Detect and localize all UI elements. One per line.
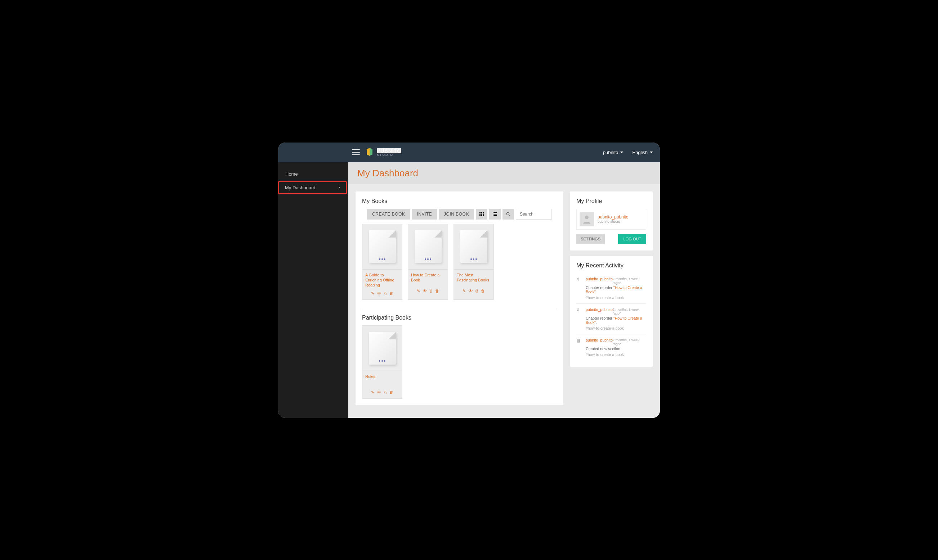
print-icon[interactable]: ⎙	[475, 289, 478, 293]
search-button[interactable]	[503, 209, 514, 220]
activity-tag: #how-to-create-a-book	[586, 326, 646, 331]
books-toolbar: CREATE BOOK INVITE JOIN BOOK	[362, 209, 557, 220]
create-book-button[interactable]: CREATE BOOK	[367, 209, 410, 220]
book-thumbnail[interactable]	[454, 224, 494, 269]
activity-timestamp: 2 months, 1 week "ago"	[613, 277, 646, 285]
book-title-link[interactable]: How to Create a Book	[411, 272, 445, 283]
profile-username[interactable]: pubnito_pubnito	[598, 214, 628, 220]
logo-icon	[365, 147, 374, 157]
book-title-link[interactable]: A Guide to Enriching Offline Reading	[365, 272, 399, 288]
brand-name: PUBNiTO	[377, 148, 401, 153]
chevron-down-icon	[650, 152, 653, 153]
svg-rect-5	[483, 214, 484, 214]
sidebar-item-home[interactable]: Home	[278, 168, 348, 180]
svg-rect-3	[480, 214, 481, 214]
activity-item: ▦ pubnito_pubnito 2 months, 1 week "ago"…	[576, 334, 646, 360]
print-icon[interactable]: ⎙	[384, 390, 387, 395]
delete-icon[interactable]: 🗑	[389, 291, 393, 296]
reorder-icon: ⇳	[576, 277, 582, 300]
edit-icon[interactable]: ✎	[463, 289, 466, 293]
print-icon[interactable]: ⎙	[384, 291, 387, 296]
grid-view-button[interactable]	[476, 209, 488, 220]
book-card: The Most Fascinating Books ✎ 👁 ⎙ 🗑	[454, 224, 494, 300]
list-view-button[interactable]	[489, 209, 501, 220]
user-dropdown-label: pubnito	[603, 150, 619, 155]
join-book-button[interactable]: JOIN BOOK	[439, 209, 474, 220]
sidebar: Home My Dashboard ›	[278, 162, 348, 418]
profile-heading: My Profile	[576, 198, 646, 205]
view-icon[interactable]: 👁	[377, 291, 381, 296]
settings-button[interactable]: SETTINGS	[576, 234, 605, 244]
book-thumbnail[interactable]	[363, 326, 402, 371]
svg-rect-9	[493, 212, 494, 213]
sidebar-item-my-dashboard[interactable]: My Dashboard ›	[278, 181, 347, 194]
svg-point-17	[585, 215, 589, 219]
svg-line-16	[509, 215, 510, 216]
svg-point-15	[506, 212, 509, 215]
svg-rect-14	[494, 215, 497, 216]
profile-displayname: pubnito studio	[598, 220, 628, 223]
invite-button[interactable]: INVITE	[412, 209, 437, 220]
edit-icon[interactable]: ✎	[371, 390, 374, 395]
book-thumbnail[interactable]	[363, 224, 402, 269]
activity-item: ⇳ pubnito_pubnito 2 months, 1 week "ago"…	[576, 273, 646, 303]
divider	[362, 309, 557, 309]
search-icon	[506, 212, 511, 216]
book-thumbnail[interactable]	[408, 224, 448, 269]
activity-description: Chapter reorder "How to Create a Book".	[586, 316, 646, 325]
view-icon[interactable]: 👁	[469, 289, 473, 293]
page-title: My Dashboard	[357, 168, 651, 179]
svg-rect-7	[481, 215, 482, 216]
activity-tag: #how-to-create-a-book	[586, 352, 646, 357]
page-title-bar: My Dashboard	[348, 162, 660, 184]
reorder-icon: ⇳	[576, 307, 582, 331]
avatar	[580, 212, 594, 226]
brand-logo[interactable]: PUBNiTO STUDIO	[365, 147, 401, 157]
profile-panel: My Profile pubnito_pubnito pubnito studi…	[570, 191, 653, 251]
book-title-link[interactable]: Roles	[365, 374, 399, 379]
grid-icon	[480, 212, 484, 216]
search-input[interactable]	[516, 209, 552, 220]
view-icon[interactable]: 👁	[423, 289, 427, 293]
activity-tag: #how-to-create-a-book	[586, 295, 646, 300]
participating-heading: Participating Books	[362, 315, 557, 321]
language-dropdown-label: English	[632, 150, 648, 155]
activity-description: Chapter reorder "How to Create a Book".	[586, 285, 646, 294]
svg-rect-2	[483, 212, 484, 213]
edit-icon[interactable]: ✎	[417, 289, 420, 293]
svg-rect-0	[480, 212, 481, 213]
print-icon[interactable]: ⎙	[430, 289, 432, 293]
activity-user-link[interactable]: pubnito_pubnito	[586, 307, 613, 315]
delete-icon[interactable]: 🗑	[389, 390, 393, 395]
section-icon: ▦	[576, 338, 582, 357]
chevron-down-icon	[620, 152, 623, 153]
svg-rect-13	[493, 215, 494, 216]
edit-icon[interactable]: ✎	[371, 291, 374, 296]
user-dropdown[interactable]: pubnito	[603, 150, 623, 155]
my-books-heading: My Books	[362, 198, 557, 205]
chevron-right-icon: ›	[339, 185, 340, 190]
svg-rect-4	[481, 214, 482, 214]
activity-description: Created new section	[586, 346, 646, 351]
brand-subtitle: STUDIO	[377, 153, 401, 157]
language-dropdown[interactable]: English	[632, 150, 653, 155]
delete-icon[interactable]: 🗑	[435, 289, 439, 293]
list-icon	[493, 212, 497, 216]
activity-timestamp: 2 months, 1 week "ago"	[613, 338, 646, 346]
sidebar-item-label: My Dashboard	[285, 185, 316, 191]
svg-rect-6	[480, 215, 481, 216]
activity-user-link[interactable]: pubnito_pubnito	[586, 277, 613, 285]
logout-button[interactable]: LOG OUT	[618, 234, 646, 244]
book-title-link[interactable]: The Most Fascinating Books	[457, 272, 491, 283]
menu-toggle-icon[interactable]	[352, 149, 360, 155]
book-card: How to Create a Book ✎ 👁 ⎙ 🗑	[408, 224, 448, 300]
activity-user-link[interactable]: pubnito_pubnito	[586, 338, 613, 346]
svg-rect-11	[493, 214, 494, 214]
view-icon[interactable]: 👁	[377, 390, 381, 395]
svg-rect-8	[483, 215, 484, 216]
activity-panel: My Recent Activity ⇳ pubnito_pubnito 2 m…	[570, 256, 653, 367]
top-header: PUBNiTO STUDIO pubnito English	[278, 143, 660, 162]
svg-rect-10	[494, 212, 497, 213]
book-card: A Guide to Enriching Offline Reading ✎ 👁…	[362, 224, 403, 300]
delete-icon[interactable]: 🗑	[481, 289, 485, 293]
